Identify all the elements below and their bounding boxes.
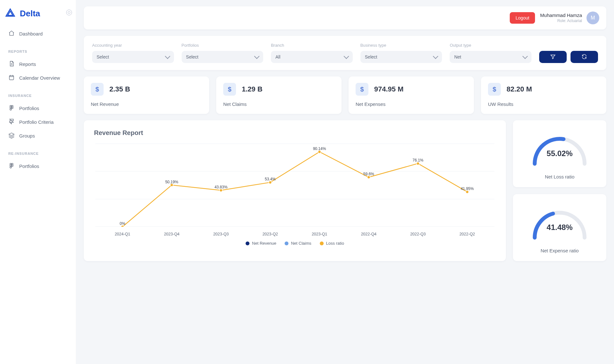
nav-primary: Dashboard	[5, 27, 71, 41]
gauge-value: 41.48%	[547, 223, 572, 232]
line-point-label: 59.6%	[363, 172, 374, 176]
select-value: Net	[454, 54, 461, 59]
stat-card-net-claims: $ 1.29 B Net Claims	[216, 76, 342, 114]
line-point-label: 76.1%	[413, 158, 423, 162]
file-icon	[8, 60, 15, 68]
select-value: Select	[186, 54, 199, 59]
stat-label: Net Revenue	[91, 101, 202, 107]
svg-point-10	[10, 167, 12, 168]
chevron-down-icon	[165, 54, 170, 59]
svg-point-8	[10, 165, 12, 167]
gauge-net-expense-ratio: 41.48% Net Expense ratio	[513, 194, 606, 261]
line-point-label: 53.4%	[265, 177, 276, 181]
brand-name: Delta	[20, 9, 40, 19]
line-point-label: 41.95%	[461, 186, 474, 191]
filter-actions	[539, 51, 598, 63]
select-business-type[interactable]: Select	[360, 51, 442, 63]
legend-label: Net Claims	[291, 241, 311, 246]
svg-point-6	[10, 163, 12, 165]
collapse-icon[interactable]	[66, 10, 72, 15]
refresh-button[interactable]	[571, 51, 598, 63]
sidebar-item-reports[interactable]: Reports	[5, 57, 71, 71]
logout-button[interactable]: Logout	[510, 12, 535, 24]
funnel-icon	[550, 54, 556, 60]
lower-row: Revenue Report 2024-Q12023-Q42023-Q32023…	[84, 120, 606, 261]
sidebar-item-label: Portfolios	[19, 106, 39, 111]
select-value: Select	[97, 54, 109, 59]
gauge-value: 55.02%	[547, 149, 572, 158]
svg-point-7	[12, 163, 13, 165]
sidebar-item-label: Portfolio Criteria	[19, 119, 54, 125]
sidebar-item-portfolio-criteria[interactable]: Portfolio Criteria	[5, 115, 71, 129]
filters-card: Accounting year Select Portfolios Select…	[84, 36, 606, 70]
line-point-label: 50.19%	[165, 180, 178, 184]
filter-business-type: Business type Select	[360, 43, 442, 63]
legend-label: Net Revenue	[252, 241, 276, 246]
nav-section-re-insurance: RE-INSURANCE Portfolios	[5, 152, 71, 173]
svg-point-5	[10, 109, 12, 110]
chart-bars	[95, 144, 494, 227]
filter-portfolios: Portfolios Select	[182, 43, 264, 63]
chevron-down-icon	[433, 54, 438, 59]
sidebar-item-calendar-overview[interactable]: Calendar Overview	[5, 71, 71, 85]
select-branch[interactable]: All	[271, 51, 353, 63]
svg-point-4	[12, 107, 13, 109]
sidebar: Delta Dashboard REPORTS Reports Calendar…	[0, 0, 76, 274]
chevron-down-icon	[254, 54, 260, 59]
framer-icon	[8, 118, 15, 126]
select-output-type[interactable]: Net	[450, 51, 531, 63]
line-point-label: 90.14%	[313, 146, 326, 151]
stat-label: UW Results	[488, 101, 599, 107]
header-card: Logout Muhammad Hamza Role: Actuarial M	[84, 6, 606, 29]
chart-title: Revenue Report	[94, 129, 498, 137]
filter-branch: Branch All	[271, 43, 353, 63]
sidebar-item-portfolios[interactable]: Portfolios	[5, 101, 71, 115]
sidebar-item-label: Portfolios	[19, 163, 39, 169]
nav-section-reports: REPORTS Reports Calendar Overview	[5, 50, 71, 85]
nav-section-insurance: INSURANCE Portfolios Portfolio Criteria …	[5, 94, 71, 143]
sidebar-item-label: Reports	[19, 61, 36, 67]
nav-section-label: INSURANCE	[8, 94, 71, 98]
select-portfolios[interactable]: Select	[182, 51, 264, 63]
gauges-column: 55.02% Net Loss ratio 41.48% Net Expense…	[513, 120, 606, 261]
select-accounting-year[interactable]: Select	[92, 51, 174, 63]
avatar[interactable]: M	[586, 12, 599, 24]
sidebar-item-dashboard[interactable]: Dashboard	[5, 27, 71, 41]
legend-dot-icon	[246, 241, 249, 245]
category-label: 2022-Q3	[393, 232, 443, 236]
stat-card-net-revenue: $ 2.35 B Net Revenue	[84, 76, 209, 114]
stat-card-uw-results: $ 82.20 M UW Results	[481, 76, 606, 114]
revenue-chart: 2024-Q12023-Q42023-Q32023-Q22023-Q12022-…	[95, 140, 494, 236]
nav-section-label: RE-INSURANCE	[8, 152, 71, 155]
category-label: 2023-Q2	[246, 232, 295, 236]
dollar-icon: $	[488, 83, 501, 96]
svg-point-1	[10, 106, 12, 107]
revenue-report-card: Revenue Report 2024-Q12023-Q42023-Q32023…	[84, 120, 506, 261]
apply-filter-button[interactable]	[539, 51, 567, 63]
sidebar-item-groups[interactable]: Groups	[5, 129, 71, 143]
gauge: 41.48%	[528, 202, 592, 241]
chart-categories: 2024-Q12023-Q42023-Q32023-Q22023-Q12022-…	[95, 232, 494, 236]
category-label: 2023-Q1	[295, 232, 344, 236]
select-value: Select	[365, 54, 377, 59]
stat-row: $ 2.35 B Net Revenue $ 1.29 B Net Claims…	[84, 76, 606, 114]
legend-dot-icon	[320, 241, 324, 245]
stat-value: 974.95 M	[374, 85, 404, 93]
figma-icon	[8, 105, 15, 112]
filter-label: Branch	[271, 43, 353, 48]
figma-icon	[8, 162, 15, 170]
category-label: 2022-Q2	[443, 232, 492, 236]
legend-dot-icon	[285, 241, 288, 245]
filter-accounting-year: Accounting year Select	[92, 43, 174, 63]
line-point-label: 0%	[120, 221, 125, 226]
user-block[interactable]: Muhammad Hamza Role: Actuarial M	[540, 12, 599, 24]
category-label: 2023-Q3	[196, 232, 246, 236]
svg-rect-0	[9, 75, 13, 80]
home-icon	[8, 30, 15, 37]
calendar-icon	[8, 74, 15, 82]
legend-item-loss: Loss ratio	[320, 241, 344, 246]
category-label: 2023-Q4	[147, 232, 196, 236]
filter-label: Accounting year	[92, 43, 174, 48]
legend-item-claims: Net Claims	[285, 241, 311, 246]
sidebar-item-re-portfolios[interactable]: Portfolios	[5, 159, 71, 173]
